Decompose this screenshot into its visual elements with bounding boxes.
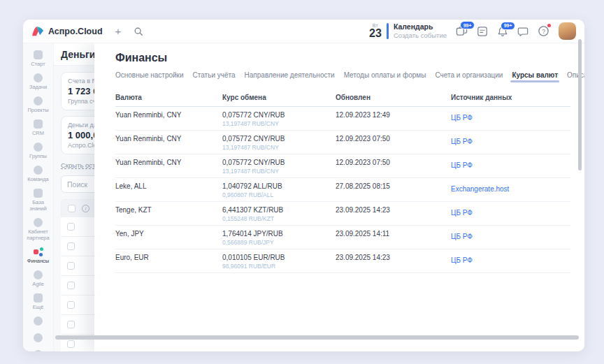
tab-description[interactable]: Описание <box>567 71 584 82</box>
source-link[interactable]: ЦБ РФ <box>451 114 473 122</box>
sidebar-item-knowledge-base[interactable]: База знаний <box>23 186 53 215</box>
source-link[interactable]: ЦБ РФ <box>451 138 473 145</box>
rate-inverse: 13,197487 RUB/CNY <box>222 120 336 127</box>
sidebar-item-partner-cabinet[interactable]: Кабинет партнера <box>23 215 53 245</box>
info-icon: i <box>82 205 89 212</box>
updated-cell: 12.09.2023 12:49 <box>336 110 451 119</box>
sidebar-item-team[interactable]: Команда <box>23 163 53 186</box>
tab-activity-direction[interactable]: Направление деятельности <box>245 71 335 82</box>
sidebar-extra-app-1[interactable] <box>23 314 53 330</box>
updated-cell: 12.09.2023 07:50 <box>336 158 451 167</box>
sidebar: Старт Задачи Проекты CRM Группы Команда <box>23 43 54 351</box>
chat-button[interactable] <box>517 26 528 37</box>
rate-inverse: 13,197487 RUB/CNY <box>222 144 336 151</box>
brand-logo[interactable]: Аспро.Cloud <box>31 26 103 37</box>
source-link[interactable]: ЦБ РФ <box>451 209 473 217</box>
rate-cell: 1,040792 ALL/RUB 0,960807 RUB/ALL <box>222 182 336 198</box>
tasks-icon <box>34 73 43 82</box>
rate-cell: 1,764014 JPY/RUB 0,566889 RUB/JPY <box>222 229 336 246</box>
rate-cell: 0,075772 CNY/RUB 13,197487 RUB/CNY <box>222 110 336 127</box>
add-button[interactable]: + <box>115 26 122 36</box>
updated-cell: 12.09.2023 07:50 <box>336 134 451 143</box>
finances-icon <box>34 247 43 256</box>
notes-button[interactable] <box>477 26 488 37</box>
sidebar-item-start[interactable]: Старт <box>23 48 53 71</box>
table-header-row: Валюта Курс обмена Обновлен Источник дан… <box>115 91 570 107</box>
rate-cell: 0,075772 CNY/RUB 13,197487 RUB/CNY <box>222 134 336 151</box>
row-checkbox[interactable] <box>67 242 75 250</box>
table-row[interactable]: Yuan Renminbi, CNY 0,075772 CNY/RUB 13,1… <box>115 131 570 154</box>
table-row[interactable]: Euro, EUR 0,010105 EUR/RUB 98,96091 RUB/… <box>115 249 570 273</box>
row-checkbox[interactable] <box>67 262 75 270</box>
partner-cabinet-icon <box>34 218 43 227</box>
svg-text:?: ? <box>542 28 545 35</box>
projects-icon <box>34 96 43 105</box>
notifications-badge: 99+ <box>501 22 515 30</box>
team-icon <box>34 166 43 175</box>
sidebar-item-groups[interactable]: Группы <box>23 140 53 163</box>
horizontal-scrollbar[interactable] <box>55 335 579 340</box>
row-checkbox[interactable] <box>67 321 75 328</box>
app-body: Старт Задачи Проекты CRM Группы Команда <box>23 43 584 351</box>
more-apps-icon <box>34 293 43 303</box>
currency-cell: Tenge, KZT <box>115 205 222 214</box>
source-link[interactable]: ЦБ РФ <box>451 256 473 264</box>
extra-app-icon-2 <box>34 333 43 342</box>
row-checkbox[interactable] <box>67 282 75 289</box>
note-icon <box>477 26 488 37</box>
sidebar-item-agile[interactable]: Agile <box>23 268 53 291</box>
search-button[interactable] <box>134 27 143 36</box>
user-avatar[interactable] <box>559 22 576 40</box>
sidebar-extra-app-3[interactable] <box>23 347 53 351</box>
sidebar-item-finances[interactable]: Финансы <box>23 245 53 268</box>
day-number: 23 <box>369 28 382 39</box>
currency-cell: Yuan Renminbi, CNY <box>115 110 222 119</box>
currency-cell: Euro, EUR <box>115 253 222 262</box>
extra-app-icon-3 <box>34 350 43 351</box>
col-currency: Валюта <box>115 94 222 101</box>
updated-cell: 23.09.2025 14:23 <box>336 205 451 214</box>
app-window: Аспро.Cloud + Вт 23 Календарь Создать со… <box>23 20 584 351</box>
table-row[interactable]: Yuan Renminbi, CNY 0,075772 CNY/RUB 13,1… <box>115 154 570 178</box>
rate-cell: 0,010105 EUR/RUB 98,96091 RUB/EUR <box>222 253 336 270</box>
sidebar-extra-app-2[interactable] <box>23 330 53 347</box>
tab-accounting-items[interactable]: Статьи учёта <box>193 71 236 82</box>
rate-cell: 6,441307 KZT/RUB 0,155248 RUB/KZT <box>222 205 336 222</box>
tab-payment-methods[interactable]: Методы оплаты и формы <box>344 71 426 82</box>
search-icon <box>134 27 143 36</box>
updated-cell: 27.08.2025 08:15 <box>336 182 451 191</box>
notifications-button[interactable]: 99+ <box>497 26 508 37</box>
vertical-scrollbar[interactable] <box>578 39 582 170</box>
tab-currency-rates[interactable]: Курсы валют <box>512 71 558 82</box>
source-link[interactable]: Exchangerate.host <box>451 185 509 193</box>
row-checkbox[interactable] <box>67 340 75 348</box>
rate-inverse: 98,96091 RUB/EUR <box>222 263 336 270</box>
tab-accounts-organizations[interactable]: Счета и организации <box>435 71 503 82</box>
row-checkbox[interactable] <box>67 301 75 309</box>
calendar-widget[interactable]: Вт 23 Календарь Создать событие <box>369 22 447 40</box>
source-link[interactable]: ЦБ РФ <box>451 233 473 240</box>
currency-cell: Yuan Renminbi, CNY <box>115 158 222 167</box>
agile-icon <box>34 270 43 279</box>
sidebar-item-more[interactable]: Ещё <box>23 291 53 314</box>
select-all-checkbox[interactable] <box>68 205 76 212</box>
sidebar-item-tasks[interactable]: Задачи <box>23 71 53 94</box>
tab-basic-settings[interactable]: Основные настройки <box>115 71 184 82</box>
row-checkbox[interactable] <box>67 223 75 231</box>
finance-settings-panel: Финансы Основные настройки Статьи учёта … <box>94 43 584 351</box>
rate-cell: 0,075772 CNY/RUB 13,197487 RUB/CNY <box>222 158 336 175</box>
table-row[interactable]: Yen, JPY 1,764014 JPY/RUB 0,566889 RUB/J… <box>115 226 570 249</box>
currency-cell: Leke, ALL <box>115 182 222 191</box>
table-row[interactable]: Yuan Renminbi, CNY 0,075772 CNY/RUB 13,1… <box>115 107 570 131</box>
table-row[interactable]: Tenge, KZT 6,441307 KZT/RUB 0,155248 RUB… <box>115 202 570 226</box>
sidebar-item-crm[interactable]: CRM <box>23 117 53 140</box>
messages-button[interactable]: 99+ <box>456 25 468 37</box>
help-button[interactable]: ? <box>538 25 549 37</box>
panel-title: Финансы <box>115 52 570 64</box>
source-link[interactable]: ЦБ РФ <box>451 161 473 169</box>
panel-tabs: Основные настройки Статьи учёта Направле… <box>115 71 570 82</box>
col-rate: Курс обмена <box>222 94 336 101</box>
table-row[interactable]: Leke, ALL 1,040792 ALL/RUB 0,960807 RUB/… <box>115 178 570 202</box>
sidebar-item-projects[interactable]: Проекты <box>23 94 53 117</box>
start-icon <box>34 50 43 59</box>
